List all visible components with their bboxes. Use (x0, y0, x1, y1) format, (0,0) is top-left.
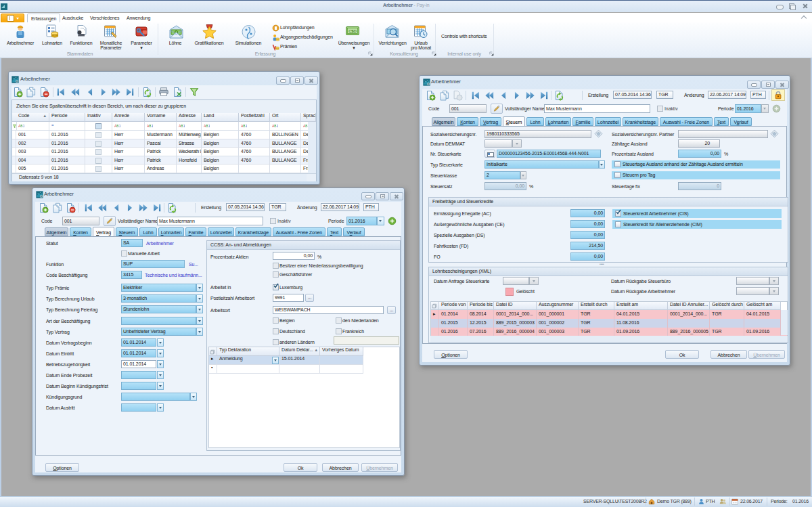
svg-text:C$D: C$D (348, 29, 357, 33)
